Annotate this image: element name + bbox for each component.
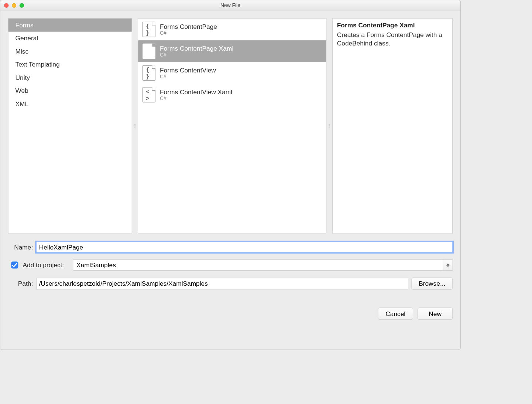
project-select-value: XamlSamples: [76, 261, 116, 269]
zoom-window-button[interactable]: [20, 3, 24, 7]
path-row: Path: Browse...: [8, 278, 453, 290]
add-to-project-row: Add to project: XamlSamples: [8, 259, 453, 270]
category-misc[interactable]: Misc: [8, 45, 132, 58]
code-file-icon: { }: [143, 65, 155, 81]
new-button[interactable]: New: [418, 308, 453, 320]
template-forms-contentview-xaml[interactable]: < > Forms ContentView Xaml C#: [138, 84, 326, 106]
browse-button[interactable]: Browse...: [411, 278, 453, 290]
xaml-file-icon: < >: [143, 87, 155, 103]
minimize-window-button[interactable]: [12, 3, 16, 7]
panes-row: Forms General Misc Text Templating Unity…: [8, 18, 453, 233]
category-xml[interactable]: XML: [8, 97, 132, 111]
template-title: Forms ContentPage: [160, 23, 217, 30]
description-pane: Forms ContentPage Xaml Creates a Forms C…: [332, 18, 453, 233]
template-title: Forms ContentView Xaml: [160, 88, 232, 96]
dialog-content: Forms General Misc Text Templating Unity…: [0, 11, 460, 350]
template-forms-contentpage[interactable]: { } Forms ContentPage C#: [138, 18, 326, 40]
category-text-templating[interactable]: Text Templating: [8, 58, 132, 71]
cancel-button[interactable]: Cancel: [378, 308, 413, 320]
template-forms-contentview[interactable]: { } Forms ContentView C#: [138, 62, 326, 84]
splitter-2[interactable]: [328, 18, 330, 233]
window-title: New File: [0, 2, 460, 8]
description-body: Creates a Forms ContentPage with a CodeB…: [337, 30, 448, 48]
xaml-file-icon: < >: [143, 44, 155, 59]
template-forms-contentpage-xaml[interactable]: < > Forms ContentPage Xaml C#: [138, 40, 326, 62]
window-controls: [4, 3, 24, 7]
template-lang: C#: [160, 74, 216, 80]
close-window-button[interactable]: [4, 3, 8, 7]
category-list: Forms General Misc Text Templating Unity…: [8, 18, 132, 233]
category-general[interactable]: General: [8, 32, 132, 45]
chevron-updown-icon: [443, 260, 452, 270]
titlebar: New File: [0, 0, 460, 11]
add-to-project-label: Add to project:: [23, 261, 64, 269]
project-select[interactable]: XamlSamples: [73, 259, 453, 270]
code-file-icon: { }: [143, 22, 155, 37]
template-title: Forms ContentPage Xaml: [160, 45, 233, 52]
new-file-dialog: New File Forms General Misc Text Templat…: [0, 0, 461, 350]
splitter-1[interactable]: [134, 18, 136, 233]
path-label: Path:: [8, 280, 33, 287]
category-web[interactable]: Web: [8, 84, 132, 98]
template-title: Forms ContentView: [160, 67, 216, 74]
name-input[interactable]: [36, 242, 453, 252]
name-row: Name:: [8, 242, 453, 252]
form-area: Name: Add to project: XamlSamples Path: …: [8, 242, 453, 297]
dialog-footer: Cancel New: [8, 308, 453, 320]
description-title: Forms ContentPage Xaml: [337, 22, 448, 29]
template-lang: C#: [160, 52, 233, 58]
path-input[interactable]: [36, 278, 408, 289]
add-to-project-checkbox[interactable]: [11, 262, 18, 269]
category-unity[interactable]: Unity: [8, 71, 132, 84]
template-list: { } Forms ContentPage C# < > Forms Conte…: [138, 18, 326, 233]
template-lang: C#: [160, 30, 217, 36]
name-label: Name:: [8, 244, 33, 251]
template-lang: C#: [160, 96, 232, 102]
category-forms[interactable]: Forms: [8, 18, 132, 32]
